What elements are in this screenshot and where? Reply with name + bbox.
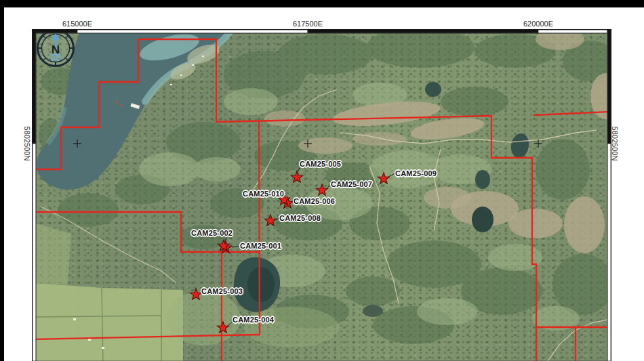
grid-label-easting: 617500E bbox=[293, 20, 323, 28]
grid-label-northing-left: 5802500N bbox=[23, 127, 31, 161]
grid-intersection-crosses bbox=[73, 140, 542, 148]
marker-label-CAM25-003: CAM25-003 bbox=[201, 287, 243, 296]
map-canvas: N CAM25-001CAM25-002CAM25-003CAM25-004CA… bbox=[36, 33, 607, 361]
claim-map-page: N CAM25-001CAM25-002CAM25-003CAM25-004CA… bbox=[0, 0, 644, 361]
letterbox-top-bar bbox=[0, 0, 644, 7]
marker-label-CAM25-001: CAM25-001 bbox=[240, 242, 281, 251]
star-marker-CAM25-008 bbox=[264, 215, 276, 226]
marker-label-CAM25-005: CAM25-005 bbox=[300, 160, 341, 169]
marker-label-CAM25-009: CAM25-009 bbox=[395, 169, 437, 178]
marker-label-CAM25-002: CAM25-002 bbox=[191, 229, 233, 238]
star-marker-CAM25-005 bbox=[291, 171, 302, 182]
marker-label-CAM25-007: CAM25-007 bbox=[331, 180, 372, 189]
grid-label-easting: 620000E bbox=[523, 20, 553, 28]
marker-label-CAM25-008: CAM25-008 bbox=[279, 214, 321, 223]
letterbox-left-bar bbox=[0, 0, 4, 361]
marker-label-CAM25-004: CAM25-004 bbox=[233, 316, 274, 324]
grid-label-easting: 615000E bbox=[62, 20, 92, 28]
compass-rose: N bbox=[38, 33, 74, 66]
marker-label-CAM25-006: CAM25-006 bbox=[294, 197, 335, 206]
claim-outline-2 bbox=[259, 122, 260, 335]
grid-label-northing-right: 5802500N bbox=[611, 127, 619, 161]
marker-label-CAM25-010: CAM25-010 bbox=[243, 190, 284, 198]
